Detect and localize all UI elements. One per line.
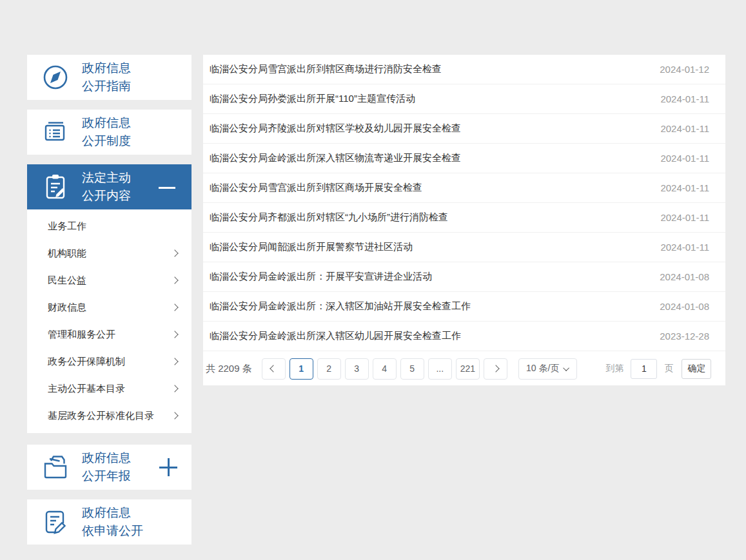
submenu-item[interactable]: 民生公益 (27, 267, 191, 294)
list-item[interactable]: 临淄公安分局齐都派出所对辖区“九小场所”进行消防检查 2024-01-11 (203, 203, 725, 233)
sidebar-item-label: 法定主动 公开内容 (82, 169, 131, 205)
news-date: 2024-01-11 (660, 182, 709, 193)
news-date: 2024-01-12 (660, 64, 709, 75)
list-item[interactable]: 临淄公安分局孙娄派出所开展“110”主题宣传活动 2024-01-11 (203, 84, 725, 114)
list-item[interactable]: 临淄公安分局雪宫派出所到辖区商场开展安全检查 2024-01-11 (203, 173, 725, 203)
chevron-right-icon (171, 249, 178, 256)
chevron-left-icon (270, 365, 277, 372)
list-item[interactable]: 临淄公安分局金岭派出所：深入辖区加油站开展安全检查工作 2024-01-08 (203, 292, 725, 322)
page-number-button[interactable]: 2 (317, 358, 341, 380)
next-page-button[interactable] (484, 358, 507, 380)
news-title-link[interactable]: 临淄公安分局金岭派出所深入辖区物流寄递业开展安全检查 (210, 152, 647, 164)
page-number-button[interactable]: 3 (345, 358, 369, 380)
news-date: 2023-12-28 (660, 331, 709, 342)
news-date: 2024-01-11 (660, 153, 709, 164)
confirm-button[interactable]: 确定 (682, 359, 711, 379)
document-pen-icon (40, 507, 71, 537)
sidebar-item-label: 政府信息 公开年报 (82, 449, 131, 485)
chevron-right-icon (171, 331, 178, 338)
sidebar-item-label: 政府信息 公开指南 (82, 59, 131, 95)
news-title-link[interactable]: 临淄公安分局金岭派出所深入辖区幼儿园开展安全检查工作 (210, 330, 647, 342)
news-date: 2024-01-08 (660, 301, 709, 312)
submenu-item-label: 业务工作 (48, 220, 172, 233)
page-number-button[interactable]: 221 (456, 358, 480, 380)
chevron-right-icon (171, 358, 178, 365)
chevron-right-icon (171, 276, 178, 284)
expand-plus-icon[interactable] (159, 458, 177, 476)
submenu-item[interactable]: 政务公开保障机制 (27, 348, 191, 375)
news-date: 2024-01-11 (660, 93, 709, 104)
page-size-value: 10 条/页 (526, 363, 559, 374)
sidebar-item-disclosure-system[interactable]: 政府信息 公开制度 (27, 110, 191, 155)
chevron-right-icon (171, 304, 178, 311)
news-date: 2024-01-11 (660, 123, 709, 134)
news-title-link[interactable]: 临淄公安分局金岭派出所：开展平安宣讲进企业活动 (210, 271, 647, 283)
news-title-link[interactable]: 临淄公安分局闻韶派出所开展警察节进社区活动 (210, 241, 647, 253)
submenu: 业务工作 机构职能 民生公益 财政信息 管理和服务公开 (27, 209, 191, 433)
submenu-item-label: 管理和服务公开 (48, 329, 172, 341)
submenu-item[interactable]: 主动公开基本目录 (27, 375, 191, 402)
sidebar-item-annual-report[interactable]: 政府信息 公开年报 (27, 445, 191, 490)
chevron-right-icon (171, 412, 178, 419)
news-title-link[interactable]: 临淄公安分局孙娄派出所开展“110”主题宣传活动 (210, 93, 647, 105)
list-item[interactable]: 临淄公安分局金岭派出所深入辖区物流寄递业开展安全检查 2024-01-11 (203, 144, 725, 173)
folder-icon (40, 452, 71, 483)
submenu-item-label: 基层政务公开标准化目录 (48, 410, 172, 422)
sidebar-item-disclosure-upon-request[interactable]: 政府信息 依申请公开 (27, 499, 191, 545)
content-panel: 临淄公安分局雪宫派出所到辖区商场进行消防安全检查 2024-01-12 临淄公安… (203, 55, 725, 385)
news-date: 2024-01-11 (660, 212, 709, 223)
page-size-select[interactable]: 10 条/页 (518, 358, 577, 380)
book-icon (40, 117, 71, 148)
goto-page-input[interactable] (631, 359, 657, 379)
page-number-button[interactable]: 1 (290, 358, 313, 380)
page-number-button[interactable]: 4 (373, 358, 397, 380)
list-item[interactable]: 临淄公安分局金岭派出所：开展平安宣讲进企业活动 2024-01-08 (203, 262, 725, 292)
submenu-item[interactable]: 管理和服务公开 (27, 321, 191, 348)
pagination: 共 2209 条 1 2 3 4 5 ... 221 10 条/页 到第 页 (203, 358, 725, 380)
news-date: 2024-01-11 (660, 242, 709, 253)
page-number-button[interactable]: 5 (400, 358, 424, 380)
submenu-item[interactable]: 机构职能 (27, 240, 191, 267)
chevron-right-icon (171, 385, 178, 392)
total-count: 共 2209 条 (206, 363, 252, 375)
submenu-item[interactable]: 业务工作 (27, 213, 191, 240)
news-title-link[interactable]: 临淄公安分局雪宫派出所到辖区商场开展安全检查 (210, 182, 647, 194)
clipboard-pen-icon (40, 171, 71, 202)
sidebar-item-disclosure-guide[interactable]: 政府信息 公开指南 (27, 55, 191, 100)
submenu-item[interactable]: 财政信息 (27, 294, 191, 321)
list-item[interactable]: 临淄公安分局齐陵派出所对辖区学校及幼儿园开展安全检查 2024-01-11 (203, 114, 725, 144)
news-title-link[interactable]: 临淄公安分局金岭派出所：深入辖区加油站开展安全检查工作 (210, 300, 647, 313)
news-list: 临淄公安分局雪宫派出所到辖区商场进行消防安全检查 2024-01-12 临淄公安… (203, 55, 725, 351)
goto-page-unit: 页 (664, 363, 673, 374)
news-title-link[interactable]: 临淄公安分局齐陵派出所对辖区学校及幼儿园开展安全检查 (210, 122, 647, 135)
prev-page-button[interactable] (262, 358, 286, 380)
list-item[interactable]: 临淄公安分局雪宫派出所到辖区商场进行消防安全检查 2024-01-12 (203, 55, 725, 84)
compass-icon (40, 62, 71, 93)
chevron-right-icon (492, 365, 499, 372)
sidebar-item-statutory-disclosure[interactable]: 法定主动 公开内容 (27, 164, 191, 209)
news-title-link[interactable]: 临淄公安分局齐都派出所对辖区“九小场所”进行消防检查 (210, 211, 647, 224)
page-number-button[interactable]: ... (428, 358, 452, 380)
sidebar-item-label: 政府信息 依申请公开 (82, 504, 143, 540)
submenu-item-label: 民生公益 (48, 275, 172, 287)
goto-page-label: 到第 (605, 363, 623, 374)
submenu-item-label: 财政信息 (48, 302, 172, 314)
submenu-item-label: 政务公开保障机制 (48, 356, 172, 368)
news-date: 2024-01-08 (660, 271, 709, 282)
list-item[interactable]: 临淄公安分局金岭派出所深入辖区幼儿园开展安全检查工作 2023-12-28 (203, 322, 725, 351)
collapse-minus-icon[interactable] (159, 187, 175, 189)
sidebar: 政府信息 公开指南 政府信息 公开制度 (27, 55, 191, 554)
submenu-item-label: 主动公开基本目录 (48, 383, 172, 395)
sidebar-item-label: 政府信息 公开制度 (82, 114, 131, 150)
list-item[interactable]: 临淄公安分局闻韶派出所开展警察节进社区活动 2024-01-11 (203, 233, 725, 262)
submenu-item[interactable]: 基层政务公开标准化目录 (27, 402, 191, 429)
chevron-down-icon (564, 365, 570, 371)
news-title-link[interactable]: 临淄公安分局雪宫派出所到辖区商场进行消防安全检查 (210, 63, 647, 75)
submenu-item-label: 机构职能 (48, 247, 172, 260)
